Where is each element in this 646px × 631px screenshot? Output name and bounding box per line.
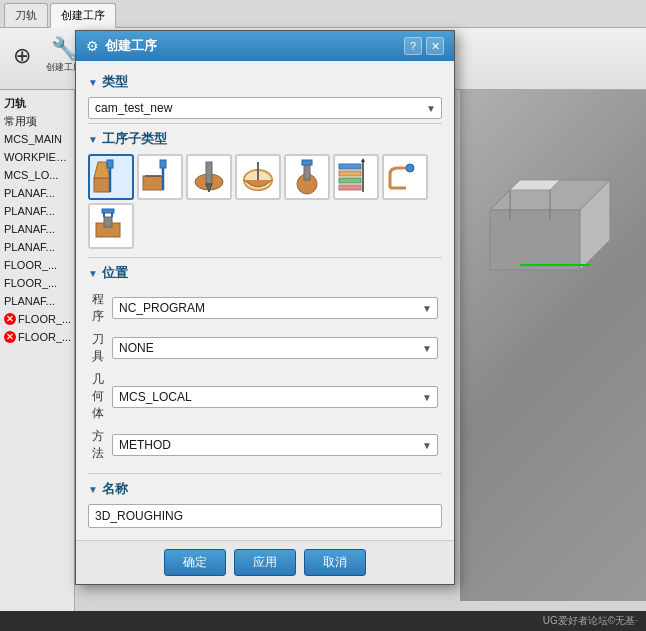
tree-item-workpiece[interactable]: WORKPIEC... [2,148,72,166]
tree-item-floor-2[interactable]: FLOOR_... [2,274,72,292]
tree-item-planaf-1[interactable]: PLANAF... [2,184,72,202]
tree-section-daogui: 刀轨 [2,94,72,112]
divider-3 [88,473,442,474]
type-dropdown-wrapper: cam_test_new ▼ [88,97,442,119]
position-row-method: 方法 METHOD ▼ [88,425,442,465]
help-button[interactable]: ? [404,37,422,55]
tool-select[interactable]: NONE [112,337,438,359]
toolbar-btn-1[interactable]: ⊕ [4,30,40,82]
position-section-arrow[interactable]: ▼ [88,268,98,279]
error-icon-1: ✕ [4,313,16,325]
watermark-text: UG爱好者论坛©无基· [543,614,638,628]
subtype-btn-1[interactable] [137,154,183,200]
dialog-title: 创建工序 [105,37,157,55]
subtype-section-header: ▼ 工序子类型 [88,130,442,148]
watermark: UG爱好者论坛©无基· [0,611,646,631]
type-section-arrow[interactable]: ▼ [88,77,98,88]
tab-daozhui[interactable]: 刀轨 [4,3,48,27]
dialog-title-left: ⚙ 创建工序 [86,37,157,55]
name-section-title: 名称 [102,480,128,498]
geometry-dropdown-wrapper: MCS_LOCAL ▼ [112,386,438,408]
apply-button[interactable]: 应用 [234,549,296,576]
subtype-btn-2[interactable] [186,154,232,200]
tree-item-mcs-main[interactable]: MCS_MAIN [2,130,72,148]
left-sidebar: 刀轨 常用项 MCS_MAIN WORKPIEC... MCS_LO... PL… [0,90,75,631]
tree-item-floor-4[interactable]: ✕ FLOOR_... [2,328,72,346]
svg-rect-16 [206,162,212,184]
tree-item-planaf-5[interactable]: PLANAF... [2,292,72,310]
program-select[interactable]: NC_PROGRAM [112,297,438,319]
name-input[interactable] [88,504,442,528]
tool-dropdown-wrapper: NONE ▼ [112,337,438,359]
subtype-icon-0 [92,158,130,196]
name-section-header: ▼ 名称 [88,480,442,498]
position-label-tool: 刀具 [88,328,108,368]
svg-rect-10 [107,160,113,168]
cad-3d-view [460,90,646,601]
subtype-icon-1 [141,158,179,196]
svg-marker-29 [361,158,365,162]
create-icon: 🔧 [51,38,78,60]
error-icon-2: ✕ [4,331,16,343]
tab-create-op[interactable]: 创建工序 [50,3,116,28]
cancel-button[interactable]: 取消 [304,549,366,576]
subtype-btn-4[interactable] [284,154,330,200]
create-op-dialog: ⚙ 创建工序 ? ✕ ▼ 类型 cam_test_new ▼ ▼ 工序子类型 [75,30,455,585]
gear-icon: ⚙ [86,38,99,54]
subtype-icon-6 [386,158,424,196]
svg-rect-7 [94,178,110,192]
svg-rect-26 [339,178,361,183]
subtype-grid [88,154,442,249]
divider-1 [88,123,442,124]
type-section-title: 类型 [102,73,128,91]
subtype-btn-7[interactable] [88,203,134,249]
subtype-icon-2 [190,158,228,196]
nav-icon: ⊕ [13,45,31,67]
tree-item-mcs-local[interactable]: MCS_LO... [2,166,72,184]
subtype-section-arrow[interactable]: ▼ [88,134,98,145]
position-table: 程序 NC_PROGRAM ▼ 刀具 NONE [88,288,442,465]
method-select[interactable]: METHOD [112,434,438,456]
position-row-program: 程序 NC_PROGRAM ▼ [88,288,442,328]
cad-3d-area [460,90,646,601]
dialog-titlebar: ⚙ 创建工序 ? ✕ [76,31,454,61]
close-button[interactable]: ✕ [426,37,444,55]
position-cell-tool: NONE ▼ [108,328,442,368]
name-section-arrow[interactable]: ▼ [88,484,98,495]
subtype-btn-6[interactable] [382,154,428,200]
type-dropdown-row: cam_test_new ▼ [88,97,442,119]
position-cell-geometry: MCS_LOCAL ▼ [108,368,442,425]
tree-item-floor-3[interactable]: ✕ FLOOR_... [2,310,72,328]
position-section-header: ▼ 位置 [88,264,442,282]
position-label-geometry: 几何体 [88,368,108,425]
svg-marker-1 [490,210,580,270]
subtype-section-title: 工序子类型 [102,130,167,148]
svg-rect-32 [104,217,112,227]
subtype-icon-3 [239,158,277,196]
dialog-body: ▼ 类型 cam_test_new ▼ ▼ 工序子类型 [76,61,454,540]
svg-rect-24 [339,164,361,169]
type-select[interactable]: cam_test_new [88,97,442,119]
subtype-btn-3[interactable] [235,154,281,200]
subtype-btn-0[interactable] [88,154,134,200]
ok-button[interactable]: 确定 [164,549,226,576]
subtype-icon-7 [92,207,130,245]
geometry-select[interactable]: MCS_LOCAL [112,386,438,408]
divider-2 [88,257,442,258]
position-label-method: 方法 [88,425,108,465]
dialog-footer: 确定 应用 取消 [76,540,454,584]
position-row-tool: 刀具 NONE ▼ [88,328,442,368]
top-tabs: 刀轨 创建工序 [0,0,646,28]
subtype-icon-5 [337,158,375,196]
svg-rect-13 [160,160,166,168]
tree-item-planaf-3[interactable]: PLANAF... [2,220,72,238]
subtype-btn-5[interactable] [333,154,379,200]
program-dropdown-wrapper: NC_PROGRAM ▼ [112,297,438,319]
svg-rect-11 [143,176,163,190]
tree-item-floor-1[interactable]: FLOOR_... [2,256,72,274]
tree-item-planaf-4[interactable]: PLANAF... [2,238,72,256]
dialog-title-actions: ? ✕ [404,37,444,55]
tree-item-changyong[interactable]: 常用项 [2,112,72,130]
tree-item-planaf-2[interactable]: PLANAF... [2,202,72,220]
subtype-icon-4 [288,158,326,196]
